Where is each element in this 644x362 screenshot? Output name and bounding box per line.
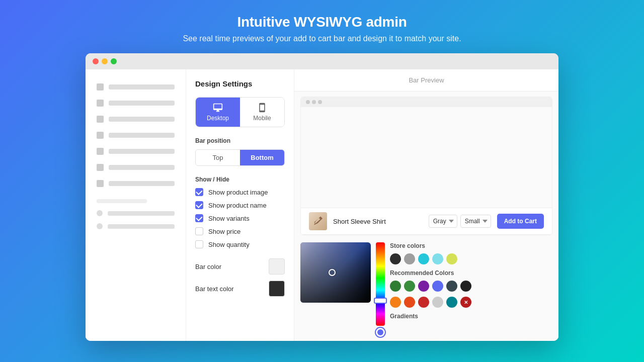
sidebar-item-apps[interactable] bbox=[91, 176, 181, 191]
rec-color-9[interactable] bbox=[418, 297, 429, 308]
browser-dot-maximize[interactable] bbox=[111, 58, 117, 64]
browser-dot-minimize[interactable] bbox=[102, 58, 108, 64]
browser-titlebar bbox=[86, 53, 558, 69]
checkbox-show-variants[interactable]: Show variants bbox=[195, 214, 285, 222]
sticky-bar: Short Sleeve Shirt Gray Small Add to Car… bbox=[301, 208, 552, 235]
sidebar bbox=[86, 69, 186, 341]
analytics-icon bbox=[97, 148, 104, 155]
position-bottom[interactable]: Bottom bbox=[240, 150, 284, 165]
rec-color-6[interactable] bbox=[460, 281, 471, 292]
sidebar-item-orders[interactable] bbox=[91, 96, 181, 111]
checkbox-show-product-name[interactable]: Show product name bbox=[195, 201, 285, 209]
bar-text-color-row: Bar text color bbox=[195, 281, 285, 297]
rec-color-1[interactable] bbox=[390, 281, 401, 292]
variant-selects: Gray Small bbox=[429, 215, 491, 228]
rec-color-3[interactable] bbox=[418, 281, 429, 292]
store-color-dot-2[interactable] bbox=[404, 253, 415, 264]
position-top[interactable]: Top bbox=[196, 150, 240, 165]
checkbox-product-name-box[interactable] bbox=[195, 201, 203, 209]
checkbox-show-price[interactable]: Show price bbox=[195, 227, 285, 235]
orders-icon bbox=[97, 100, 104, 107]
checkbox-variants-box[interactable] bbox=[195, 214, 203, 222]
alpha-thumb[interactable] bbox=[376, 328, 385, 337]
mobile-icon bbox=[257, 103, 267, 113]
preview-dot-1 bbox=[306, 100, 310, 104]
checkbox-quantity-box[interactable] bbox=[195, 240, 203, 248]
sidebar-label-orders bbox=[109, 101, 175, 106]
store-color-dot-3[interactable] bbox=[418, 253, 429, 264]
add-to-cart-button[interactable]: Add to Cart bbox=[497, 214, 544, 229]
rec-color-5[interactable] bbox=[446, 281, 457, 292]
sidebar-item-point-of-sale[interactable] bbox=[91, 220, 181, 232]
color-gradient-picker[interactable] bbox=[300, 242, 371, 303]
sidebar-label-pos bbox=[108, 224, 175, 229]
variant-color-select[interactable]: Gray bbox=[429, 215, 457, 228]
main-content: Design Settings Desktop Mobile bbox=[186, 69, 558, 341]
preview-browser-bar bbox=[301, 97, 552, 107]
page-header: Intuitive WYSIWYG admin See real time pr… bbox=[0, 0, 644, 53]
tab-mobile-label: Mobile bbox=[253, 115, 271, 122]
checkbox-product-image-box[interactable] bbox=[195, 188, 203, 196]
sidebar-label-discounts bbox=[109, 165, 175, 170]
store-color-dot-4[interactable] bbox=[432, 253, 443, 264]
gradients-title: Gradients bbox=[390, 313, 552, 320]
store-colors-title: Store colors bbox=[390, 242, 552, 249]
sidebar-label-analytics bbox=[109, 149, 175, 154]
gradient-dark-overlay bbox=[300, 242, 371, 303]
sidebar-item-analytics[interactable] bbox=[91, 144, 181, 159]
sidebar-divider bbox=[97, 199, 147, 203]
store-colors-dots bbox=[390, 253, 552, 264]
hue-thumb bbox=[374, 298, 387, 304]
preview-header: Bar Preview bbox=[294, 69, 558, 92]
rec-color-8[interactable] bbox=[404, 297, 415, 308]
rec-color-12[interactable]: ✕ bbox=[460, 297, 471, 308]
browser-body: Design Settings Desktop Mobile bbox=[86, 69, 558, 341]
checkbox-product-image-label: Show product image bbox=[208, 189, 268, 196]
hue-bar[interactable] bbox=[376, 242, 385, 326]
sidebar-label-home bbox=[109, 84, 175, 89]
rec-color-10[interactable] bbox=[432, 297, 443, 308]
sidebar-item-customers[interactable] bbox=[91, 128, 181, 143]
checkbox-price-label: Show price bbox=[208, 228, 240, 235]
rec-color-2[interactable] bbox=[404, 281, 415, 292]
tab-desktop[interactable]: Desktop bbox=[196, 98, 240, 127]
tab-desktop-label: Desktop bbox=[207, 115, 229, 122]
apps-icon bbox=[97, 180, 104, 187]
checkbox-show-product-image[interactable]: Show product image bbox=[195, 188, 285, 196]
bar-position-label: Bar position bbox=[195, 137, 285, 144]
home-icon bbox=[97, 83, 104, 90]
device-tabs: Desktop Mobile bbox=[195, 97, 285, 127]
show-hide-section: Show / Hide Show product image Show prod… bbox=[195, 176, 285, 248]
sidebar-item-home[interactable] bbox=[91, 79, 181, 95]
store-color-dot-5[interactable] bbox=[446, 253, 457, 264]
preview-dot-3 bbox=[318, 100, 322, 104]
rec-color-7[interactable] bbox=[390, 297, 401, 308]
product-name: Short Sleeve Shirt bbox=[333, 218, 423, 225]
recommended-colors-row-2: ✕ bbox=[390, 297, 552, 308]
checkbox-show-quantity[interactable]: Show quantity bbox=[195, 240, 285, 248]
sidebar-item-products[interactable] bbox=[91, 112, 181, 127]
preview-content-area bbox=[301, 107, 552, 208]
rec-color-11[interactable] bbox=[446, 297, 457, 308]
store-colors-panel: Store colors Recommended Colors bbox=[390, 242, 552, 337]
show-hide-label: Show / Hide bbox=[195, 176, 285, 183]
browser-window: Design Settings Desktop Mobile bbox=[86, 53, 558, 341]
desktop-icon bbox=[213, 103, 223, 113]
recommended-colors-title: Recommended Colors bbox=[390, 269, 552, 277]
tab-mobile[interactable]: Mobile bbox=[240, 98, 284, 127]
sidebar-label-customers bbox=[109, 133, 175, 138]
product-thumbnail bbox=[309, 212, 327, 230]
bar-color-swatch[interactable] bbox=[269, 258, 285, 275]
checkbox-quantity-label: Show quantity bbox=[208, 241, 250, 248]
rec-color-4[interactable] bbox=[432, 281, 443, 292]
panel-title: Design Settings bbox=[195, 79, 285, 88]
sidebar-label-online-store bbox=[108, 211, 175, 216]
variant-size-select[interactable]: Small bbox=[460, 215, 491, 228]
bar-text-color-swatch[interactable] bbox=[269, 281, 285, 297]
sidebar-item-discounts[interactable] bbox=[91, 160, 181, 175]
sidebar-item-online-store[interactable] bbox=[91, 207, 181, 219]
store-color-dot-1[interactable] bbox=[390, 253, 401, 264]
browser-dot-close[interactable] bbox=[93, 58, 99, 64]
preview-panel: Bar Preview bbox=[294, 69, 558, 341]
checkbox-price-box[interactable] bbox=[195, 227, 203, 235]
